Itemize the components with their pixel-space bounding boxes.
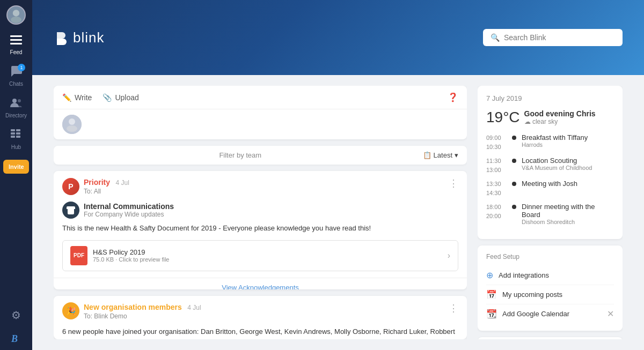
compose-box: ✏️ Write 📎 Upload ❓ xyxy=(54,86,467,139)
svg-point-7 xyxy=(18,99,21,102)
hub-icon xyxy=(11,129,21,143)
svg-rect-11 xyxy=(16,132,20,135)
write-label: Write xyxy=(75,93,92,102)
svg-point-15 xyxy=(69,118,75,125)
upload-label: Upload xyxy=(115,93,138,102)
temperature: 19°C xyxy=(486,109,520,126)
sky-condition: ☁ clear sky xyxy=(524,118,596,125)
post-more-menu-1[interactable]: ⋮ xyxy=(449,177,458,189)
event-dot-1 xyxy=(512,159,516,163)
attachment-arrow-icon: › xyxy=(448,251,450,260)
help-icon[interactable]: ❓ xyxy=(448,92,458,102)
compose-actions: ✏️ Write 📎 Upload ❓ xyxy=(54,86,467,109)
post-sender-info-2: New organisation members 4 Jul To: Blink… xyxy=(84,302,201,320)
calendar-icon: 📋 xyxy=(423,151,431,159)
sidebar-bottom: ⚙ B xyxy=(11,302,21,350)
channel-icon xyxy=(62,202,79,219)
filter-latest[interactable]: 📋 Latest ▾ xyxy=(423,151,458,159)
svg-rect-13 xyxy=(16,136,20,138)
feed-setup-title: Feed Setup xyxy=(486,253,614,260)
filter-team-label[interactable]: Filter by team xyxy=(62,151,419,159)
svg-rect-4 xyxy=(10,39,22,41)
sidebar-item-feed[interactable]: Feed xyxy=(0,30,32,61)
event-dot-0 xyxy=(512,136,516,140)
event-3: 18:00 20:00 Dinner meeting with the Boar… xyxy=(486,203,614,225)
feed-icon xyxy=(10,35,22,48)
channel-desc: For Company Wide updates xyxy=(84,211,174,218)
attachment-details: H&S Policy 2019 75.0 KB · Click to previ… xyxy=(93,248,169,263)
event-location-0: Harrods xyxy=(522,142,614,148)
channel-info: Internal Communications For Company Wide… xyxy=(84,202,174,218)
upcoming-posts-item[interactable]: 📅 My upcoming posts xyxy=(486,285,614,304)
event-location-3: Dishoom Shoreditch xyxy=(522,219,614,225)
sidebar: Feed 1 Chats Directory xyxy=(0,0,32,350)
main-content: blink 🔍 ✏️ Write 📎 Upload xyxy=(32,0,644,350)
event-0: 09:00 10:30 Breakfast with Tiffany Harro… xyxy=(486,133,614,151)
post-date-2: 4 Jul xyxy=(187,304,201,311)
post-sender-row: Priority 4 Jul xyxy=(84,177,129,187)
sidebar-item-directory-label: Directory xyxy=(5,113,27,118)
upload-icon: 📎 xyxy=(103,93,112,102)
event-time-3: 18:00 20:00 xyxy=(486,203,507,225)
upcoming-posts-label: My upcoming posts xyxy=(502,291,614,299)
write-button[interactable]: ✏️ Write xyxy=(62,93,92,102)
sidebar-item-directory[interactable]: Directory xyxy=(0,92,32,124)
filter-bar: Filter by team 📋 Latest ▾ xyxy=(54,146,467,165)
svg-rect-9 xyxy=(16,129,20,131)
post-sender-info: Priority 4 Jul To: All xyxy=(84,177,129,195)
svg-point-1 xyxy=(13,10,19,16)
attachment-1[interactable]: PDF H&S Policy 2019 75.0 KB · Click to p… xyxy=(62,240,458,271)
directory-icon xyxy=(10,98,22,111)
event-title-0: Breakfast with Tiffany xyxy=(522,133,614,142)
post-header-2: 🎉 New organisation members 4 Jul To: Bli… xyxy=(54,296,467,326)
post-sender-1: Priority xyxy=(84,178,110,187)
event-info-2: Meeting with Josh xyxy=(522,180,614,197)
add-google-calendar-item[interactable]: 📆 Add Google Calendar ✕ xyxy=(486,304,614,323)
weather-row: 19°C Good evening Chris ☁ clear sky xyxy=(486,109,614,126)
greeting: Good evening Chris xyxy=(524,109,596,118)
feed-container: ✏️ Write 📎 Upload ❓ xyxy=(32,75,644,350)
view-acknowledgements-button[interactable]: View Acknowledgements xyxy=(54,278,467,289)
pdf-icon: PDF xyxy=(70,246,87,265)
search-input[interactable] xyxy=(504,33,615,42)
post-date-1: 4 Jul xyxy=(115,179,129,187)
settings-icon[interactable]: ⚙ xyxy=(11,302,21,328)
add-integrations-label: Add integrations xyxy=(499,271,614,279)
add-integrations-item[interactable]: ⊕ Add integrations xyxy=(486,266,614,285)
google-calendar-label: Add Google Calendar xyxy=(502,310,602,318)
sidebar-item-hub[interactable]: Hub xyxy=(0,124,32,155)
attachment-size: 75.0 KB · Click to preview file xyxy=(93,256,169,263)
add-integrations-icon: ⊕ xyxy=(486,270,493,280)
header: blink 🔍 xyxy=(32,0,644,75)
event-info-0: Breakfast with Tiffany Harrods xyxy=(522,133,614,151)
avatar[interactable] xyxy=(6,5,26,25)
event-2: 13:30 14:30 Meeting with Josh xyxy=(486,180,614,197)
event-1: 11:30 13:00 Location Scouting V&A Museum… xyxy=(486,157,614,174)
sidebar-item-hub-label: Hub xyxy=(11,144,21,150)
invite-button[interactable]: Invite xyxy=(3,160,29,174)
calendar-card: 7 July 2019 19°C Good evening Chris ☁ cl… xyxy=(478,86,623,239)
post-meta-2: 🎉 New organisation members 4 Jul To: Bli… xyxy=(62,302,201,320)
svg-rect-10 xyxy=(11,132,15,135)
svg-rect-12 xyxy=(11,136,15,138)
sidebar-item-chats[interactable]: 1 Chats xyxy=(0,61,32,92)
post-meta-1: P Priority 4 Jul To: All xyxy=(62,177,129,195)
svg-rect-3 xyxy=(10,35,22,37)
post-body-1: Internal Communications For Company Wide… xyxy=(54,202,467,271)
post-more-menu-2[interactable]: ⋮ xyxy=(449,302,458,314)
priority-icon: P xyxy=(62,178,79,195)
svg-point-2 xyxy=(11,17,21,23)
blink-bottom-icon[interactable]: B xyxy=(11,328,21,350)
google-calendar-close-icon[interactable]: ✕ xyxy=(607,309,614,319)
post-body-2: 6 new people have joined your organisati… xyxy=(54,326,467,339)
event-info-3: Dinner meeting with the Board Dishoom Sh… xyxy=(522,203,614,225)
feed-right: 7 July 2019 19°C Good evening Chris ☁ cl… xyxy=(478,86,623,339)
event-time-2: 13:30 14:30 xyxy=(486,180,507,197)
svg-rect-5 xyxy=(10,43,22,44)
upcoming-posts-icon: 📅 xyxy=(486,289,497,300)
event-title-3: Dinner meeting with the Board xyxy=(522,203,614,219)
event-dot-2 xyxy=(512,182,516,186)
post-text-1: This is the new Health & Safty Document … xyxy=(62,223,458,234)
upload-button[interactable]: 📎 Upload xyxy=(103,93,138,102)
event-title-2: Meeting with Josh xyxy=(522,180,614,188)
